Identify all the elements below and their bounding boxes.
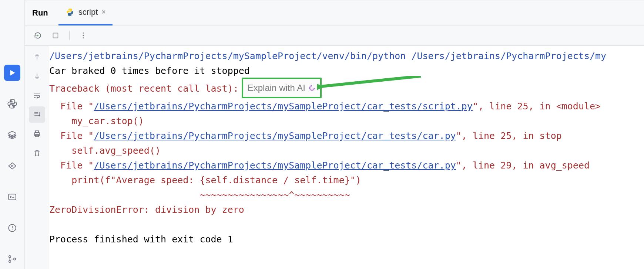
file-prefix: File "	[49, 101, 94, 112]
svg-point-3	[9, 261, 11, 262]
console-side-toolbar	[25, 46, 49, 269]
toolbar-divider	[69, 31, 70, 40]
svg-point-8	[83, 37, 84, 38]
file-prefix: File "	[49, 130, 94, 141]
console-output[interactable]: /Users/jetbrains/PycharmProjects/mySampl…	[49, 46, 644, 269]
traceback-header: Traceback (most recent call last):	[49, 83, 239, 94]
python-console-button[interactable]	[4, 96, 20, 112]
file-suffix: ", line 25, in <module>	[473, 101, 601, 112]
svg-rect-10	[36, 131, 38, 133]
svg-rect-9	[34, 133, 40, 136]
code-line: my_car.stop()	[49, 116, 144, 126]
services-button[interactable]	[4, 127, 20, 143]
svg-point-7	[83, 35, 84, 36]
rerun-button[interactable]	[31, 29, 44, 42]
file-link[interactable]: /Users/jetbrains/PycharmProjects/mySampl…	[94, 101, 473, 112]
output-line: Car braked 0 times before it stopped	[49, 65, 250, 76]
run-tool-button[interactable]	[4, 65, 20, 81]
error-line: ZeroDivisionError: division by zero	[49, 204, 244, 215]
file-link[interactable]: /Users/jetbrains/PycharmProjects/mySampl…	[94, 160, 456, 171]
scroll-to-end-button[interactable]	[29, 106, 45, 123]
file-link[interactable]: /Users/jetbrains/PycharmProjects/mySampl…	[94, 130, 456, 141]
stop-button[interactable]	[49, 29, 62, 42]
panel-title: Run	[32, 8, 48, 18]
error-marker: ~~~~~~~~~~~~~~~~^~~~~~~~~~~	[49, 190, 350, 200]
left-tool-rail	[0, 0, 24, 269]
clear-button[interactable]	[29, 145, 45, 161]
run-tabbar: Run script ×	[25, 0, 644, 25]
terminal-button[interactable]	[4, 189, 20, 205]
scroll-down-button[interactable]	[29, 68, 45, 84]
more-button[interactable]	[77, 29, 90, 42]
file-suffix: ", line 25, in stop	[456, 130, 562, 141]
code-line: self.avg_speed()	[49, 145, 161, 156]
tab-script[interactable]: script ×	[58, 0, 113, 25]
close-icon[interactable]: ×	[101, 8, 106, 16]
ai-icon	[308, 84, 316, 92]
command-line: /Users/jetbrains/PycharmProjects/mySampl…	[49, 51, 606, 61]
svg-point-4	[14, 258, 16, 260]
problems-button[interactable]	[4, 220, 20, 236]
svg-point-2	[9, 256, 11, 258]
exit-line: Process finished with exit code 1	[49, 234, 233, 245]
svg-rect-5	[53, 33, 58, 38]
svg-rect-0	[9, 194, 16, 200]
scroll-up-button[interactable]	[29, 49, 45, 65]
ai-inlay-label: Explain with AI	[248, 81, 305, 95]
explain-with-ai-button[interactable]: Explain with AI	[242, 78, 322, 98]
debug-button[interactable]	[4, 158, 20, 174]
python-file-icon	[65, 7, 75, 17]
tab-label: script	[78, 7, 98, 17]
soft-wrap-button[interactable]	[29, 87, 45, 103]
file-suffix: ", line 29, in avg_speed	[456, 160, 590, 171]
print-button[interactable]	[29, 126, 45, 142]
code-line: print(f"Average speed: {self.distance / …	[49, 175, 361, 185]
vcs-button[interactable]	[4, 251, 20, 267]
svg-point-6	[83, 33, 84, 34]
file-prefix: File "	[49, 160, 94, 171]
